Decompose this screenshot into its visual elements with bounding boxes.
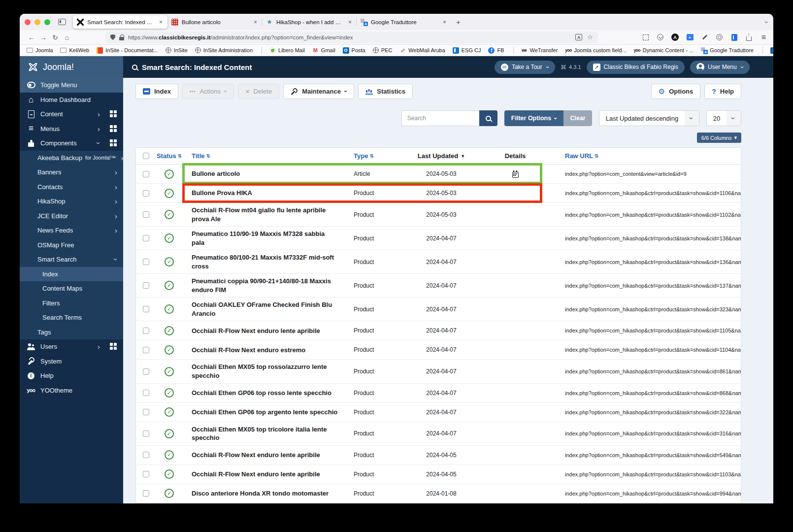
user-menu-button[interactable]: User Menu › — [690, 61, 750, 74]
bookmark-item[interactable]: Gmail — [312, 47, 335, 54]
sidebar-item[interactable]: Home Dashboard — [20, 93, 123, 107]
row-checkbox[interactable] — [143, 490, 149, 497]
maintenance-button[interactable]: Maintenance › — [283, 84, 354, 99]
column-header-raw-url[interactable]: Raw URL⇅ — [552, 152, 741, 160]
new-tab-button[interactable]: + — [451, 18, 465, 26]
browser-tab[interactable]: Google Traduttore × — [357, 15, 451, 29]
grid-icon[interactable] — [110, 125, 117, 133]
row-checkbox[interactable] — [143, 409, 149, 415]
help-button[interactable]: ? Help — [704, 84, 741, 99]
row-checkbox[interactable] — [143, 368, 149, 375]
bookmark-item[interactable]: FB — [488, 47, 513, 54]
bookmark-item[interactable]: WebMail Aruba — [399, 47, 445, 54]
bookmark-item[interactable]: ESG CJ — [453, 47, 481, 54]
sidebar-item[interactable]: JCE Editor — [20, 209, 123, 224]
options-button[interactable]: ⚙ Options — [651, 84, 701, 99]
browser-tab[interactable]: HikaShop - when I add a new p... × — [262, 15, 357, 29]
sidebar-item[interactable]: Content — [20, 107, 123, 122]
column-header-title[interactable]: Title⇅ — [183, 152, 345, 160]
sidebar-item[interactable]: HikaShop — [20, 194, 123, 209]
reader-extension-icon[interactable] — [731, 34, 737, 41]
row-checkbox[interactable] — [143, 235, 149, 241]
sidebar-item[interactable]: Toggle Menu — [20, 78, 123, 93]
list-all-tabs-icon[interactable]: › — [766, 18, 768, 27]
bookmark-item[interactable]: Joomla — [27, 47, 53, 54]
row-checkbox[interactable] — [143, 471, 149, 477]
bookmark-item[interactable]: InSite — [165, 47, 188, 53]
row-checkbox[interactable] — [143, 211, 149, 218]
statistics-button[interactable]: Statistics — [358, 84, 413, 99]
row-checkbox[interactable] — [143, 431, 149, 437]
take-a-tour-button[interactable]: Take a Tour › — [495, 61, 555, 74]
sidebar-item[interactable]: Smart Search — [20, 252, 123, 267]
column-header-status[interactable]: Status⇅ — [156, 152, 183, 160]
bookmark-item[interactable]: InSite - Documentat... — [97, 47, 158, 54]
bookmark-item[interactable]: CJ AC — [770, 47, 773, 54]
firefox-view-icon[interactable] — [58, 19, 66, 25]
sphere-extension-icon[interactable] — [716, 34, 723, 40]
forward-button[interactable]: → — [37, 33, 49, 41]
sidebar-item[interactable]: System — [20, 354, 123, 369]
sidebar-item[interactable]: Components — [20, 136, 123, 151]
pocket-icon[interactable] — [657, 34, 663, 40]
sidebar-item[interactable]: Index — [20, 267, 123, 282]
filter-options-button[interactable]: Filter Options › — [504, 110, 564, 126]
a-circle-extension-icon[interactable]: A — [671, 33, 679, 41]
sidebar-item[interactable]: News Feeds — [20, 223, 123, 238]
row-checkbox[interactable] — [143, 259, 149, 265]
bookmark-item[interactable]: Google Traduttore — [701, 47, 763, 54]
bookmark-item[interactable]: Posta — [343, 47, 365, 54]
translate-page-icon[interactable]: A — [575, 34, 582, 40]
row-checkbox[interactable] — [143, 282, 149, 289]
close-tab-icon[interactable]: × — [347, 19, 353, 26]
select-all-checkbox[interactable] — [143, 153, 149, 159]
index-button[interactable]: Index — [135, 84, 178, 99]
calendar-icon[interactable] — [512, 172, 519, 178]
row-checkbox[interactable] — [143, 171, 149, 177]
grid-icon[interactable] — [110, 110, 117, 118]
sidebar-item[interactable]: Users — [20, 339, 123, 354]
home-button[interactable]: ⌂ — [61, 33, 73, 41]
sidebar-item[interactable]: Menus — [20, 122, 123, 136]
bookmark-item[interactable]: Joomla custom field... — [565, 47, 626, 54]
sidebar-item[interactable]: YOOtheme — [20, 383, 123, 398]
add-extension-icon[interactable]: + — [687, 34, 694, 40]
sidebar-item[interactable]: Banners — [20, 165, 123, 180]
menu-icon[interactable]: ≡ — [761, 33, 766, 42]
close-tab-icon[interactable]: × — [158, 19, 164, 26]
close-window-button[interactable] — [25, 19, 31, 25]
eyedropper-icon[interactable] — [702, 36, 708, 38]
back-button[interactable]: ← — [26, 33, 37, 41]
sidebar-item[interactable]: Filters — [20, 296, 123, 311]
sort-select[interactable]: Last Updated descending › — [599, 110, 699, 126]
row-checkbox[interactable] — [143, 347, 149, 353]
browser-tab[interactable]: Smart Search: Indexed Content × — [73, 15, 167, 29]
bookmark-item[interactable]: Libero Mail — [269, 47, 305, 54]
clear-button[interactable]: Clear — [563, 110, 592, 126]
sidebar-item[interactable]: Content Maps — [20, 281, 123, 296]
minimize-window-button[interactable] — [34, 19, 40, 25]
sidebar-item[interactable]: OSMap Free — [20, 238, 123, 253]
sidebar-item[interactable]: Contacts — [20, 180, 123, 195]
share-icon[interactable] — [746, 36, 752, 41]
lock-icon[interactable] — [119, 34, 124, 40]
bookmark-item[interactable]: InSite Administration — [195, 47, 262, 54]
reload-button[interactable]: ↻ — [49, 33, 61, 41]
row-checkbox[interactable] — [143, 452, 149, 458]
sidebar-item[interactable]: Search Terms — [20, 310, 123, 325]
sidebar-item[interactable]: Help — [20, 368, 123, 383]
column-header-type[interactable]: Type⇅ — [345, 152, 404, 160]
bookmark-star-icon[interactable]: ☆ — [587, 33, 593, 41]
browser-tab[interactable]: Bullone articolo × — [167, 15, 262, 29]
close-tab-icon[interactable]: × — [442, 19, 447, 26]
page-size-select[interactable]: 20 › — [706, 110, 741, 126]
tracking-shield-icon[interactable] — [110, 34, 115, 40]
column-header-last-updated[interactable]: Last Updated▼ — [404, 152, 478, 160]
zoom-window-button[interactable] — [44, 19, 50, 25]
row-checkbox[interactable] — [143, 190, 149, 197]
grid-icon[interactable] — [110, 139, 117, 147]
sidebar-item[interactable]: Tags — [20, 325, 123, 340]
address-bar[interactable]: https://www.classicbikesregis.it/adminis… — [105, 32, 598, 43]
sidebar-item[interactable]: Akeeba Backup for Joomla!™ — [20, 151, 123, 166]
bookmark-item[interactable]: Dynamic Content - ... — [634, 47, 694, 54]
